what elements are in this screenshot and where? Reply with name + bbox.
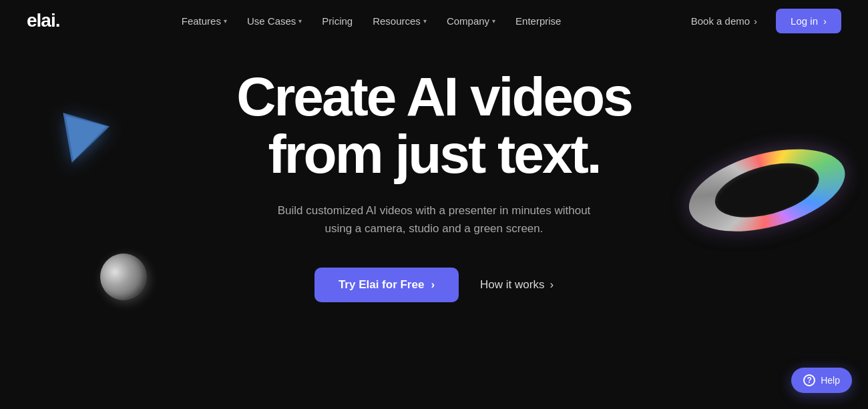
nav-label-pricing: Pricing [322,15,353,27]
nav-label-company: Company [447,15,489,27]
book-demo-label: Book a demo [691,15,750,27]
book-demo-button[interactable]: Book a demo › [683,10,765,32]
nav-label-enterprise: Enterprise [515,15,561,27]
arrow-right-icon: › [823,15,827,27]
hero-title-line1: Create AI videos [236,66,632,127]
hero-title: Create AI videos from just text. [236,68,632,183]
try-free-button[interactable]: Try Elai for Free › [314,268,459,302]
hero-title-line2: from just text. [268,123,600,184]
how-it-works-label: How it works [480,278,544,292]
nav-links: Features ▾ Use Cases ▾ Pricing Resources… [174,10,570,32]
nav-right: Book a demo › Log in › [683,9,841,33]
hero-buttons: Try Elai for Free › How it works › [314,268,554,302]
login-button[interactable]: Log in › [776,9,841,33]
logo[interactable]: elai. [27,10,59,31]
nav-item-pricing[interactable]: Pricing [314,10,361,32]
nav-item-use-cases[interactable]: Use Cases ▾ [239,10,310,32]
nav-label-features: Features [182,15,221,27]
chevron-down-icon: ▾ [224,17,227,25]
help-button[interactable]: ? Help [791,368,852,393]
nav-item-enterprise[interactable]: Enterprise [507,10,569,32]
nav-item-features[interactable]: Features ▾ [174,10,235,32]
nav-item-company[interactable]: Company ▾ [439,10,503,32]
hero-section: Create AI videos from just text. Build c… [0,41,868,302]
nav-label-resources: Resources [373,15,421,27]
try-free-label: Try Elai for Free [339,278,425,292]
arrow-right-icon: › [550,278,554,292]
help-label: Help [821,375,840,386]
logo-text: elai. [27,10,59,31]
navbar: elai. Features ▾ Use Cases ▾ Pricing Res… [0,0,868,41]
arrow-right-icon: › [754,15,757,27]
login-label: Log in [791,15,818,27]
nav-item-resources[interactable]: Resources ▾ [365,10,435,32]
arrow-right-icon: › [431,278,435,292]
how-it-works-button[interactable]: How it works › [480,278,554,292]
chevron-down-icon: ▾ [298,17,302,25]
chevron-down-icon: ▾ [423,17,427,25]
hero-subtitle: Build customized AI videos with a presen… [274,201,594,238]
help-icon: ? [803,374,815,386]
nav-label-use-cases: Use Cases [247,15,296,27]
chevron-down-icon: ▾ [492,17,495,25]
